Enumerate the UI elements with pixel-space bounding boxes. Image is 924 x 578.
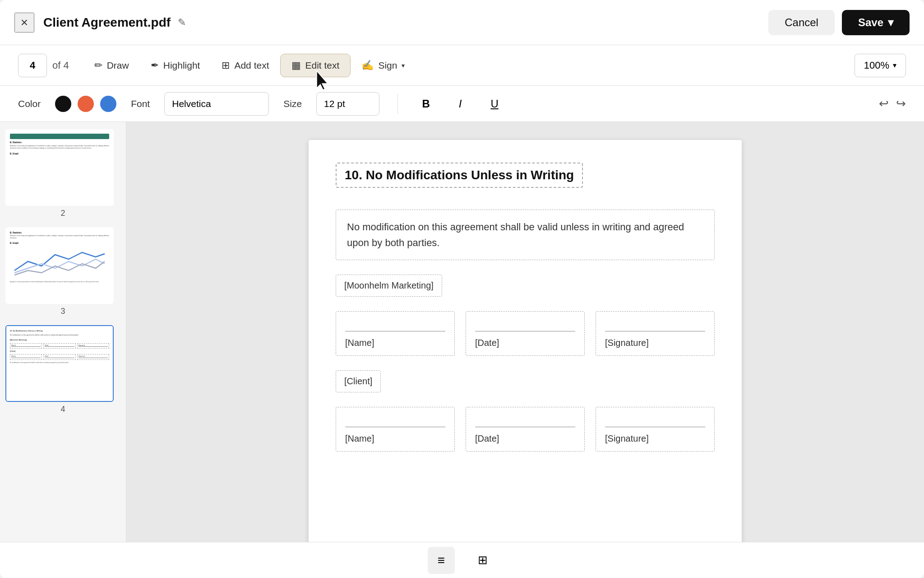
format-bar: Color Font Helvetica Arial Times New Rom… — [0, 86, 924, 122]
font-select[interactable]: Helvetica Arial Times New Roman Courier — [164, 92, 269, 116]
page-viewer[interactable]: 10. No Modifications Unless in Writing N… — [126, 122, 924, 542]
undo-button[interactable]: ↩ — [879, 97, 889, 111]
moonhelm-signature-line — [605, 319, 705, 331]
client-date-line — [475, 415, 575, 427]
doc-title: Client Agreement.pdf — [43, 15, 171, 30]
size-label: Size — [283, 98, 302, 109]
section-text-box[interactable]: No modification on this agreement shall … — [336, 210, 715, 260]
client-date-field[interactable]: [Date] — [466, 407, 585, 452]
close-button[interactable]: × — [14, 13, 34, 33]
moonhelm-signature-field[interactable]: [Signature] — [596, 311, 715, 356]
sign-tool-button[interactable]: ✍ Sign ▾ — [351, 54, 416, 77]
page-thumb-2[interactable]: B. Statistics Statistics is the study an… — [5, 129, 120, 218]
font-label: Font — [131, 98, 150, 109]
page-navigation: of 4 — [18, 54, 69, 77]
moonhelm-party-label[interactable]: [Moonhelm Marketing] — [336, 275, 442, 297]
client-signature-line — [605, 415, 705, 427]
header: × Client Agreement.pdf ✎ Cancel Save ▾ — [0, 0, 924, 45]
client-name-line — [345, 415, 445, 427]
grid-icon: ⊞ — [478, 553, 488, 567]
edit-text-tool-button[interactable]: ▦ Edit text — [280, 54, 351, 77]
undo-redo-group: ↩ ↪ — [879, 97, 906, 111]
edit-title-icon[interactable]: ✎ — [178, 17, 186, 28]
thumb-label-4: 4 — [5, 405, 120, 414]
italic-button[interactable]: I — [450, 94, 470, 114]
client-name-label: [Name] — [345, 434, 445, 444]
client-signature-label: [Signature] — [605, 434, 705, 444]
sidebar: B. Statistics Statistics is the study an… — [0, 122, 126, 542]
color-blue-swatch[interactable] — [100, 96, 116, 112]
thumb-label-3: 3 — [5, 307, 120, 316]
color-swatches — [55, 96, 116, 112]
size-select[interactable]: 8 pt 10 pt 12 pt 14 pt 16 pt 18 pt 24 pt — [316, 92, 379, 116]
underline-button[interactable]: U — [485, 94, 504, 114]
page-number-input[interactable] — [18, 54, 47, 77]
client-name-field[interactable]: [Name] — [336, 407, 455, 452]
main-content: B. Statistics Statistics is the study an… — [0, 122, 924, 542]
color-black-swatch[interactable] — [55, 96, 71, 112]
thumb-img-2: B. Statistics Statistics is the study an… — [5, 129, 114, 206]
sign-chevron-icon: ▾ — [402, 62, 405, 69]
grid-view-button[interactable]: ⊞ — [469, 547, 496, 574]
thumb-img-4: 10. No Modifications Unless in Writing N… — [5, 325, 114, 402]
cancel-button[interactable]: Cancel — [768, 10, 835, 35]
client-date-label: [Date] — [475, 434, 575, 444]
page-thumb-4[interactable]: 10. No Modifications Unless in Writing N… — [5, 325, 120, 414]
toolbar: of 4 ✏ Draw ✒ Highlight ⊞ Add text ▦ Edi… — [0, 45, 924, 86]
client-sig-fields: [Name] [Date] [Signature] — [336, 407, 715, 452]
draw-tool-button[interactable]: ✏ Draw — [83, 54, 140, 77]
add-text-tool-button[interactable]: ⊞ Add text — [211, 54, 280, 77]
page-thumb-3[interactable]: B. Statistics Statistics is the study an… — [5, 227, 120, 316]
list-icon: ≡ — [438, 553, 445, 568]
moonhelm-date-line — [475, 319, 575, 331]
thumb-label-2: 2 — [5, 209, 120, 218]
save-button[interactable]: Save ▾ — [842, 10, 910, 35]
moonhelm-name-field[interactable]: [Name] — [336, 311, 455, 356]
color-orange-swatch[interactable] — [78, 96, 94, 112]
color-label: Color — [18, 98, 41, 109]
redo-button[interactable]: ↪ — [896, 97, 906, 111]
edit-text-icon: ▦ — [291, 60, 301, 71]
client-section: [Client] [Name] [Date] [Si — [336, 370, 715, 452]
moonhelm-date-label: [Date] — [475, 338, 575, 348]
highlight-tool-button[interactable]: ✒ Highlight — [140, 54, 211, 77]
add-text-icon: ⊞ — [222, 60, 230, 71]
moonhelm-name-label: [Name] — [345, 338, 445, 348]
draw-icon: ✏ — [94, 60, 102, 71]
page-document: 10. No Modifications Unless in Writing N… — [309, 140, 742, 542]
section-heading[interactable]: 10. No Modifications Unless in Writing — [336, 163, 583, 188]
save-chevron-icon: ▾ — [888, 16, 893, 29]
list-view-button[interactable]: ≡ — [428, 547, 455, 574]
page-total: of 4 — [52, 60, 69, 71]
moonhelm-signature-label: [Signature] — [605, 338, 705, 348]
bold-button[interactable]: B — [416, 94, 436, 114]
moonhelm-section: [Moonhelm Marketing] [Name] [Date] — [336, 275, 715, 356]
client-party-label[interactable]: [Client] — [336, 370, 381, 392]
thumb-img-3: B. Statistics Statistics is the study an… — [5, 227, 114, 304]
client-signature-field[interactable]: [Signature] — [596, 407, 715, 452]
bottom-nav: ≡ ⊞ — [0, 542, 924, 578]
zoom-chevron-icon: ▾ — [893, 61, 896, 70]
moonhelm-sig-fields: [Name] [Date] [Signature] — [336, 311, 715, 356]
moonhelm-date-field[interactable]: [Date] — [466, 311, 585, 356]
format-divider — [397, 94, 398, 114]
highlight-icon: ✒ — [151, 60, 159, 71]
moonhelm-name-line — [345, 319, 445, 331]
sign-icon: ✍ — [361, 60, 374, 71]
zoom-control[interactable]: 100% ▾ — [855, 54, 906, 77]
